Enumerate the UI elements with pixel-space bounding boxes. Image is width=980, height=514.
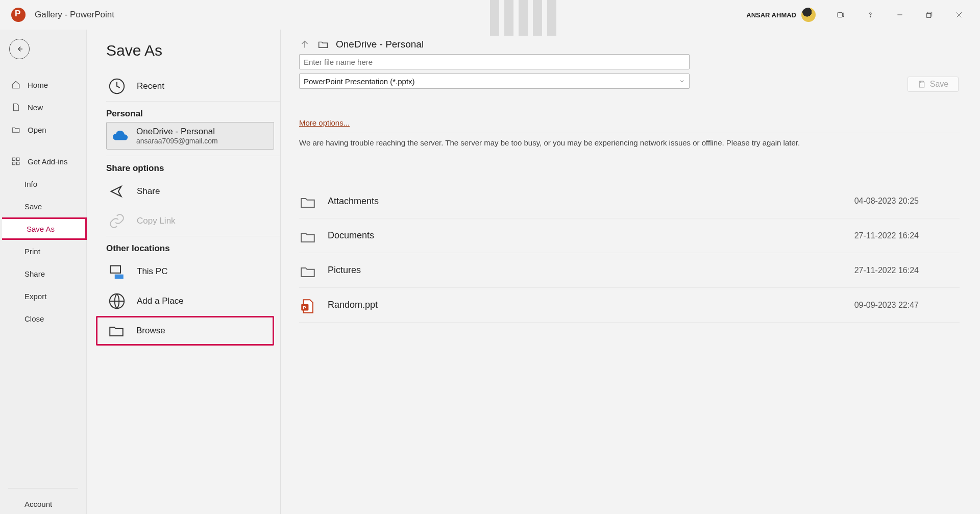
file-name: Pictures [328,265,843,276]
maximize-button[interactable] [915,0,944,30]
link-icon [108,212,126,230]
sidebar-label: Info [24,180,37,188]
sidebar-item-account[interactable]: Account [0,493,86,514]
file-name: Documents [328,230,843,241]
svg-rect-13 [110,266,120,273]
chevron-down-icon [679,78,685,84]
back-button[interactable] [9,39,30,59]
location-browse[interactable]: Browse [96,316,274,346]
svg-rect-8 [12,158,15,160]
sidebar-item-addins[interactable]: Get Add-ins [0,150,86,173]
more-options-link[interactable]: More options... [299,118,350,127]
folder-path-icon [317,39,329,50]
sidebar-label: Save [24,202,42,211]
server-error-message: We are having trouble reaching the serve… [299,133,960,148]
svg-rect-14 [115,275,124,279]
share-option-share[interactable]: Share [106,177,280,206]
sidebar-label: New [28,103,43,112]
user-avatar[interactable] [801,8,816,22]
this-pc-icon [108,263,126,280]
sidebar-label: Get Add-ins [28,157,67,166]
location-onedrive-personal[interactable]: OneDrive - Personal ansaraa7095@gmail.co… [106,122,274,150]
addins-icon [11,157,20,166]
coming-soon-icon[interactable] [826,0,855,30]
copy-link-label: Copy Link [137,216,176,226]
location-recent[interactable]: Recent [106,71,280,101]
file-name: Random.ppt [328,300,843,310]
sidebar-item-new[interactable]: New [0,96,86,118]
file-list: Attachments04-08-2023 20:25Documents27-1… [299,184,960,323]
sidebar-separator [8,488,78,488]
up-arrow-icon[interactable] [299,39,310,50]
sidebar-item-print[interactable]: Print [0,240,86,262]
open-icon [11,125,20,134]
save-button[interactable]: Save [908,77,959,92]
current-path[interactable]: OneDrive - Personal [336,39,424,50]
onedrive-title: OneDrive - Personal [136,127,218,137]
onedrive-email: ansaraa7095@gmail.com [136,137,218,145]
decorative-stripes [490,0,582,30]
filetype-select[interactable]: PowerPoint Presentation (*.pptx) [299,74,690,89]
sidebar-item-save[interactable]: Save [0,195,86,217]
sidebar-label: Open [28,126,46,134]
sidebar-label: Account [24,500,52,508]
file-row[interactable]: Attachments04-08-2023 20:25 [299,184,960,218]
sidebar-item-share[interactable]: Share [0,262,86,285]
save-button-label: Save [930,80,948,89]
clock-icon [108,78,126,95]
filename-input[interactable] [299,54,690,69]
svg-rect-16 [920,81,923,83]
sidebar-item-info[interactable]: Info [0,173,86,195]
svg-rect-10 [12,162,15,165]
sidebar-item-open[interactable]: Open [0,118,86,141]
sidebar-label: Home [28,81,48,89]
user-name[interactable]: ANSAR AHMAD [746,11,796,19]
svg-rect-11 [17,162,19,165]
section-share-options: Share options [106,156,280,177]
location-add-place[interactable]: Add a Place [106,286,280,316]
svg-rect-0 [838,12,842,17]
new-icon [11,103,20,112]
section-personal: Personal [106,102,280,122]
locations-panel: Save As Recent Personal OneDrive - Perso… [87,30,281,514]
folder-icon [299,263,316,278]
sidebar-item-close[interactable]: Close [0,307,86,330]
this-pc-label: This PC [137,266,167,277]
file-date: 27-11-2022 16:24 [854,231,919,240]
page-title: Save As [106,42,280,59]
sidebar-item-home[interactable]: Home [0,74,86,96]
svg-rect-4 [927,13,931,17]
browse-icon [108,322,125,339]
add-place-label: Add a Place [137,296,184,306]
minimize-button[interactable] [885,0,915,30]
powerpoint-icon [11,8,26,22]
browse-label: Browse [136,326,165,336]
filetype-value: PowerPoint Presentation (*.pptx) [304,77,415,86]
sidebar-item-save-as[interactable]: Save As [2,217,87,240]
sidebar-label: Export [24,292,46,301]
file-date: 04-08-2023 20:25 [854,197,919,206]
share-label: Share [137,186,160,197]
help-button[interactable] [855,0,885,30]
file-row[interactable]: Pictures27-11-2022 16:24 [299,253,960,288]
svg-rect-9 [17,158,19,160]
sidebar-label: Close [24,314,44,323]
share-icon [108,183,126,200]
close-button[interactable] [944,0,974,30]
sidebar-label: Share [24,270,45,278]
location-this-pc[interactable]: This PC [106,257,280,286]
sidebar-label: Save As [27,225,55,233]
save-icon [918,80,926,88]
file-date: 27-11-2022 16:24 [854,266,919,275]
sidebar-label: Print [24,247,40,256]
file-row[interactable]: PRandom.ppt09-09-2023 22:47 [299,288,960,323]
onedrive-icon [112,130,129,142]
sidebar-item-export[interactable]: Export [0,285,86,307]
file-row[interactable]: Documents27-11-2022 16:24 [299,218,960,253]
file-name: Attachments [328,196,843,207]
file-date: 09-09-2023 22:47 [854,301,919,310]
home-icon [11,80,20,89]
section-other-locations: Other locations [106,236,280,257]
svg-text:P: P [303,304,306,310]
folder-icon [299,228,316,243]
